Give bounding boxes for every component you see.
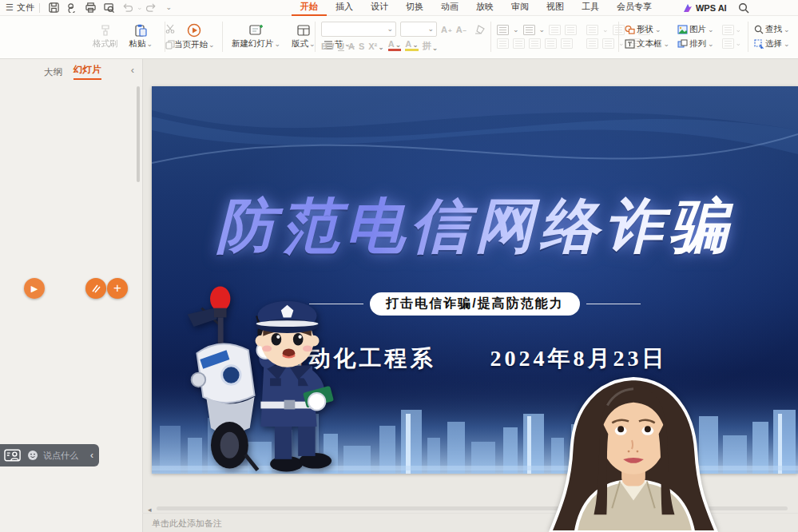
toolbar-more-caret-icon[interactable]: ⌄ xyxy=(165,4,172,11)
ribbon-tabs: 开始 插入 设计 切换 动画 放映 审阅 视图 工具 会员专享 xyxy=(292,0,661,16)
increase-font-button[interactable]: A+ xyxy=(441,25,452,34)
print-icon[interactable] xyxy=(85,2,97,14)
undo-caret-icon[interactable]: ⌄ xyxy=(137,4,143,11)
redo-icon[interactable] xyxy=(145,2,157,14)
paste-caret-icon: ⌄ xyxy=(147,41,153,48)
select-button[interactable]: 选择⌄ xyxy=(754,38,790,50)
strikethrough-button[interactable]: A xyxy=(348,42,355,51)
superscript-button[interactable]: X²⌄ xyxy=(368,42,384,51)
text-direction-icon[interactable] xyxy=(586,25,598,35)
textbox-icon xyxy=(625,39,635,49)
magic-brush-icon xyxy=(91,284,101,293)
phonetic-button[interactable]: 拼⌄ xyxy=(423,40,439,52)
arrange-icon xyxy=(677,39,688,49)
tab-transition[interactable]: 切换 xyxy=(397,0,432,16)
webcam-comment-bar[interactable]: 说点什么 ‹ xyxy=(0,444,99,466)
layout-button[interactable]: 版式⌄ xyxy=(288,22,319,51)
arrange-button[interactable]: 排列⌄ xyxy=(677,38,714,50)
font-size-select[interactable]: ⌄ xyxy=(400,22,437,37)
paste-button[interactable]: 粘贴⌄ xyxy=(126,22,157,51)
format-painter-icon xyxy=(99,24,112,37)
layout-icon xyxy=(297,24,310,37)
wps-ai-icon xyxy=(683,3,693,13)
emoji-icon[interactable] xyxy=(27,450,38,461)
find-button[interactable]: 查找⌄ xyxy=(754,24,790,35)
outline-tab[interactable]: 大纲 xyxy=(44,66,62,78)
divider xyxy=(39,3,40,13)
numbering2-icon[interactable] xyxy=(602,38,614,49)
numbering-icon[interactable] xyxy=(523,25,535,35)
indent-increase-icon[interactable] xyxy=(565,25,577,35)
align-right-icon[interactable] xyxy=(529,38,541,49)
hscroll-left-arrow-icon[interactable]: ◂ xyxy=(148,506,152,514)
print-preview-icon[interactable] xyxy=(103,2,115,14)
select-icon xyxy=(754,39,764,49)
start-from-current-button[interactable]: 当页开始⌄ xyxy=(171,22,218,52)
shapes-button[interactable]: 形状⌄ xyxy=(625,24,669,35)
columns-icon[interactable] xyxy=(586,38,598,49)
top-menu-bar: ☰ 文件 ⌄ ⌄ 开始 插入 设计 切换 动画 放映 审阅 视图 工具 会员专享… xyxy=(0,0,798,16)
tab-slideshow[interactable]: 放映 xyxy=(467,0,502,16)
add-slide-circle-button[interactable]: + xyxy=(107,278,128,299)
beautify-button[interactable] xyxy=(85,278,106,299)
tab-view[interactable]: 视图 xyxy=(538,0,573,16)
wps-ai-button[interactable]: WPS AI xyxy=(683,3,727,13)
tab-tools[interactable]: 工具 xyxy=(573,0,608,16)
play-slide-button[interactable]: ▶ xyxy=(24,278,45,299)
search-icon[interactable] xyxy=(738,2,750,14)
collapse-bar-icon[interactable]: ‹ xyxy=(90,450,93,461)
webcam-presenter-overlay[interactable] xyxy=(518,374,749,532)
distribute-icon[interactable] xyxy=(561,38,573,49)
tab-animation[interactable]: 动画 xyxy=(432,0,467,16)
font-group: ⌄ ⌄ A+ A− B I U A S X²⌄ A⌄ A⌄ 拼⌄ xyxy=(321,15,489,58)
panel-scrollbar[interactable] xyxy=(137,86,140,182)
slide-title-textbox[interactable]: 防范电信网络诈骗 xyxy=(152,195,798,257)
slide-subtitle-pill[interactable]: 打击电信诈骗/提高防范能力 xyxy=(370,292,579,316)
shapes-icon xyxy=(625,25,635,34)
bullets-icon[interactable] xyxy=(497,25,509,35)
shadow-button[interactable]: S xyxy=(359,42,364,51)
picture-button[interactable]: 图片⌄ xyxy=(677,24,714,35)
police-officer-illustration[interactable] xyxy=(180,278,335,474)
clear-format-icon[interactable] xyxy=(474,23,486,35)
tab-home[interactable]: 开始 xyxy=(292,0,327,16)
italic-button[interactable]: I xyxy=(332,42,334,51)
play-group: 当页开始⌄ xyxy=(171,15,218,58)
slides-tab[interactable]: 幻灯片 xyxy=(73,64,101,80)
share-icon[interactable] xyxy=(66,2,78,14)
hamburger-icon[interactable]: ☰ xyxy=(6,2,14,13)
tab-membership[interactable]: 会员专享 xyxy=(608,0,661,16)
justify-icon[interactable] xyxy=(545,38,557,49)
comment-placeholder[interactable]: 说点什么 xyxy=(43,450,78,462)
new-slide-button[interactable]: 新建幻灯片⌄ xyxy=(228,22,284,51)
highlight-button[interactable]: A⌄ xyxy=(405,41,419,51)
tab-design[interactable]: 设计 xyxy=(362,0,397,16)
indent-decrease-icon[interactable] xyxy=(549,25,561,35)
format-painter-button[interactable]: 格式刷 xyxy=(89,22,121,51)
clipboard-group: 格式刷 粘贴⌄ xyxy=(89,15,179,58)
font-family-select[interactable]: ⌄ xyxy=(321,22,396,37)
file-menu[interactable]: 文件 xyxy=(17,2,34,14)
tab-insert[interactable]: 插入 xyxy=(327,0,362,16)
tab-review[interactable]: 审阅 xyxy=(502,0,538,16)
undo-icon[interactable] xyxy=(121,2,133,14)
align-left-icon[interactable] xyxy=(497,38,509,49)
slide-date[interactable]: 2024年8月23日 xyxy=(490,343,668,374)
font-color-button[interactable]: A⌄ xyxy=(388,41,402,51)
start-caret-icon: ⌄ xyxy=(208,42,215,49)
editing-group: 查找⌄ 选择⌄ xyxy=(754,15,790,58)
save-icon[interactable] xyxy=(48,2,60,14)
underline-button[interactable]: U xyxy=(338,42,344,51)
presenter-camera-icon xyxy=(4,449,22,463)
decrease-font-button[interactable]: A− xyxy=(456,25,467,34)
collapse-panel-icon[interactable]: ‹ xyxy=(131,64,134,76)
textbox-button[interactable]: 文本框⌄ xyxy=(625,38,669,50)
ribbon: 格式刷 粘贴⌄ 当页开始⌄ 新建幻灯片⌄ 版式⌄ 重置 xyxy=(0,15,798,59)
fill-color-icon[interactable] xyxy=(722,25,734,35)
new-slide-icon xyxy=(249,24,264,37)
bold-button[interactable]: B xyxy=(321,42,328,51)
outline-color-icon[interactable] xyxy=(722,38,734,49)
align-center-icon[interactable] xyxy=(513,38,525,49)
play-current-icon xyxy=(187,23,201,38)
insert-group: 形状⌄ 文本框⌄ 图片⌄ 排列⌄ ⌄ ⌄ xyxy=(625,15,741,58)
